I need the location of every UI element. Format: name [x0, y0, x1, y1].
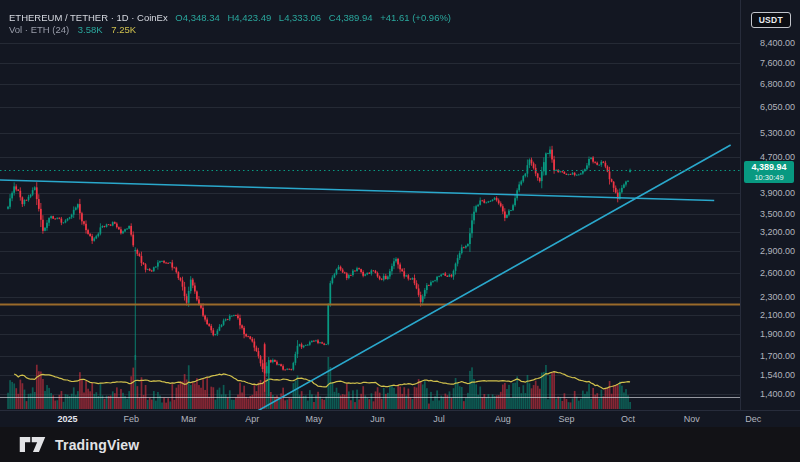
tradingview-brand-text: TradingView — [55, 437, 139, 453]
time-tick-label: Aug — [495, 414, 511, 424]
time-axis-labels: 2025FebMarAprMayJunJulAugSepOctNovDec — [0, 411, 762, 428]
time-tick-label: Jun — [370, 414, 385, 424]
price-tick-label: 1,540.00 — [760, 370, 795, 380]
price-tick-label: 8,400.00 — [760, 38, 795, 48]
ohlc-high: H4,423.49 — [227, 12, 271, 23]
time-tick-label: May — [305, 414, 322, 424]
ohlc-close: C4,389.94 — [329, 12, 373, 23]
last-price-label: 4,389.94 10:30:49 — [744, 161, 794, 183]
ohlc-low: L4,333.06 — [279, 12, 321, 23]
symbol-title[interactable]: ETHEREUM / TETHER · 1D · CoinEx — [9, 12, 168, 23]
time-tick-label: Mar — [181, 414, 197, 424]
volume-indicator-label[interactable]: Vol · ETH (24) — [9, 24, 69, 35]
price-tick-label: 2,100.00 — [760, 310, 795, 320]
symbol-legend-row: ETHEREUM / TETHER · 1D · CoinEx O4,348.3… — [9, 12, 451, 23]
price-axis[interactable]: 8,400.007,600.006,800.006,050.005,300.00… — [740, 0, 800, 410]
price-tick-label: 6,050.00 — [760, 102, 795, 112]
time-tick-label: Feb — [123, 414, 139, 424]
price-change: +41.61 (+0.96%) — [380, 12, 451, 23]
price-tick-label: 3,200.00 — [760, 227, 795, 237]
time-axis[interactable]: 2025FebMarAprMayJunJulAugSepOctNovDec — [0, 410, 800, 428]
ohlc-open: O4,348.34 — [175, 12, 219, 23]
price-tick-label: 7,600.00 — [760, 58, 795, 68]
time-tick-label: Nov — [684, 414, 700, 424]
price-tick-label: 2,300.00 — [760, 292, 795, 302]
time-tick-label: Oct — [621, 414, 635, 424]
time-tick-label: Dec — [745, 414, 761, 424]
price-tick-label: 1,400.00 — [760, 389, 795, 399]
price-tick-label: 2,900.00 — [760, 246, 795, 256]
time-tick-label: Apr — [245, 414, 259, 424]
tradingview-logo-link[interactable]: TradingView — [19, 436, 139, 453]
currency-toggle-button[interactable]: USDT — [751, 12, 791, 28]
price-tick-label: 5,300.00 — [760, 128, 795, 138]
chart-canvas[interactable] — [0, 0, 740, 410]
price-tick-label: 1,900.00 — [760, 329, 795, 339]
volume-ma-value: 7.25K — [111, 24, 136, 35]
price-tick-label: 6,800.00 — [760, 79, 795, 89]
time-tick-label: Jul — [433, 414, 445, 424]
price-tick-label: 2,600.00 — [760, 268, 795, 278]
price-tick-label: 1,700.00 — [760, 351, 795, 361]
price-tick-label: 3,500.00 — [760, 209, 795, 219]
volume-legend-row: Vol · ETH (24) 3.58K 7.25K — [9, 24, 136, 35]
time-tick-label: Sep — [558, 414, 574, 424]
last-price-value: 4,389.94 — [744, 163, 794, 172]
bar-close-countdown: 10:30:49 — [744, 173, 794, 182]
tradingview-logo-icon — [19, 436, 46, 453]
volume-value: 3.58K — [78, 24, 103, 35]
footer-bar: TradingView — [0, 427, 800, 462]
tradingview-chart-snapshot: tpjtpd2 created with TradingView.com, Oc… — [0, 0, 800, 462]
time-tick-label: 2025 — [58, 414, 78, 424]
price-tick-label: 3,900.00 — [760, 188, 795, 198]
